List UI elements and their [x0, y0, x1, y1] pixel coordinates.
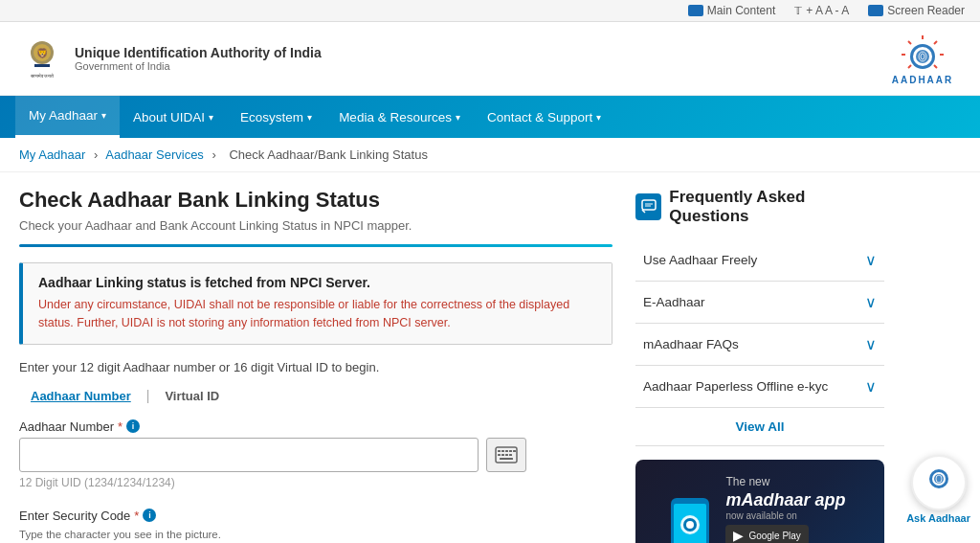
page-subtitle: Check your Aadhaar and Bank Account Link…: [19, 218, 612, 233]
input-hint: 12 Digit UID (1234/1234/1234): [19, 476, 612, 489]
breadcrumb-aadhaar-services[interactable]: Aadhaar Services: [105, 147, 204, 162]
maadhaar-banner: The new mAadhaar app now available on ▶ …: [635, 460, 884, 543]
logo-area: 🦁 सत्यमेव जयते Unique Identification Aut…: [19, 35, 322, 81]
tab-divider: |: [143, 384, 154, 408]
chevron-down-icon: ▾: [101, 110, 106, 121]
screen-reader-icon: [868, 5, 883, 16]
faq-item-3[interactable]: Aadhaar Paperless Offline e-kyc ∨: [635, 366, 884, 408]
chevron-down-icon: ∨: [865, 293, 877, 311]
accessibility-bar: Main Content 𝕋 + A A - A Screen Reader: [0, 0, 980, 22]
site-header: 🦁 सत्यमेव जयते Unique Identification Aut…: [0, 22, 980, 96]
faq-title: Frequently Asked Questions: [669, 188, 884, 226]
svg-rect-22: [509, 450, 512, 452]
ask-aadhaar-widget[interactable]: Ask Aadhaar: [906, 455, 970, 524]
svg-line-6: [934, 41, 937, 44]
ask-aadhaar-icon: [922, 465, 956, 500]
keyboard-icon-button[interactable]: [486, 438, 526, 472]
svg-line-8: [934, 65, 937, 68]
aadhaar-brand-icon: AADHAAR: [884, 30, 961, 87]
svg-text:सत्यमेव जयते: सत्यमेव जयते: [30, 73, 54, 79]
required-marker: *: [118, 419, 122, 434]
chevron-down-icon: ▾: [456, 112, 460, 123]
main-nav: My Aadhaar ▾ About UIDAI ▾ Ecosystem ▾ M…: [0, 96, 980, 138]
nav-about-uidai[interactable]: About UIDAI ▾: [120, 96, 227, 138]
org-name: Unique Identification Authority of India: [75, 45, 322, 60]
keyboard-icon: [495, 445, 518, 464]
info-box: Aadhaar Linking status is fetched from N…: [19, 262, 612, 345]
breadcrumb-separator: ›: [212, 147, 216, 162]
tab-row: Aadhaar Number | Virtual ID: [19, 384, 612, 408]
svg-rect-28: [500, 458, 513, 460]
nav-my-aadhaar[interactable]: My Aadhaar ▾: [15, 96, 120, 138]
banner-app-name: mAadhaar app: [725, 490, 853, 510]
google-play-badge[interactable]: ▶ Google Play: [725, 525, 808, 543]
main-content-btn[interactable]: Main Content: [688, 4, 775, 17]
breadcrumb-current: Check Aadhaar/Bank Linking Status: [229, 147, 427, 162]
tab-aadhaar-number[interactable]: Aadhaar Number: [19, 384, 143, 408]
info-box-text: Under any circumstance, UIDAI shall not …: [38, 296, 596, 332]
tab-virtual-id[interactable]: Virtual ID: [153, 384, 231, 408]
svg-rect-19: [498, 450, 501, 452]
monitor-icon: [688, 5, 703, 16]
main-container: Check Aadhaar Bank Linking Status Check …: [0, 172, 980, 543]
aadhaar-logo: AADHAAR: [884, 30, 961, 87]
ask-aadhaar-circle: [911, 455, 967, 510]
faq-header: Frequently Asked Questions: [635, 188, 884, 226]
field-label-aadhaar: Aadhaar Number * i: [19, 419, 612, 434]
svg-point-38: [686, 521, 694, 529]
info-box-title: Aadhaar Linking status is fetched from N…: [38, 275, 596, 290]
input-section: Enter your 12 digit Aadhaar number or 16…: [19, 360, 612, 544]
chevron-down-icon: ∨: [865, 335, 877, 353]
svg-line-9: [908, 41, 911, 44]
nav-ecosystem[interactable]: Ecosystem ▾: [227, 96, 325, 138]
captcha-hint: Type the character you see in the pictur…: [19, 529, 612, 540]
svg-rect-21: [505, 450, 508, 452]
svg-line-11: [908, 65, 911, 68]
text-size-control[interactable]: 𝕋 + A A - A: [794, 4, 849, 17]
page-title: Check Aadhaar Bank Linking Status: [19, 188, 612, 213]
chevron-down-icon: ▾: [307, 112, 312, 123]
svg-point-41: [934, 474, 944, 484]
nav-contact-support[interactable]: Contact & Support ▾: [474, 96, 614, 138]
breadcrumb-my-aadhaar[interactable]: My Aadhaar: [19, 147, 85, 162]
india-emblem-icon: 🦁 सत्यमेव जयते: [19, 35, 65, 81]
svg-rect-23: [513, 450, 516, 452]
aadhaar-number-input[interactable]: [19, 438, 479, 472]
svg-rect-29: [642, 200, 656, 210]
org-name-area: Unique Identification Authority of India…: [75, 45, 322, 72]
nav-media-resources[interactable]: Media & Resources ▾: [325, 96, 474, 138]
banner-app-intro: The new: [725, 475, 853, 488]
google-play-icon: ▶: [733, 528, 744, 543]
chevron-down-icon: ∨: [865, 377, 877, 396]
breadcrumb: My Aadhaar › Aadhaar Services › Check Aa…: [0, 138, 980, 172]
svg-rect-3: [34, 64, 50, 67]
faq-item-2[interactable]: mAadhaar FAQs ∨: [635, 324, 884, 366]
faq-item-0[interactable]: Use Aadhaar Freely ∨: [635, 239, 884, 282]
sidebar: Frequently Asked Questions Use Aadhaar F…: [635, 188, 884, 543]
aadhaar-input-row: [19, 438, 612, 472]
chevron-down-icon: ∨: [865, 251, 877, 269]
security-section: Enter Security Code * i Type the charact…: [19, 509, 612, 544]
blue-divider: [19, 244, 612, 247]
svg-rect-25: [501, 454, 504, 456]
field-info-icon[interactable]: i: [126, 419, 140, 433]
screen-reader-btn[interactable]: Screen Reader: [868, 4, 965, 17]
breadcrumb-separator: ›: [94, 147, 98, 162]
input-description: Enter your 12 digit Aadhaar number or 16…: [19, 360, 612, 374]
captcha-label: Enter Security Code * i: [19, 509, 612, 523]
banner-app-sub: now available on: [725, 510, 853, 521]
phone-graphic-icon: [666, 496, 714, 544]
google-play-label: Google Play: [748, 531, 800, 541]
svg-rect-20: [501, 450, 504, 452]
content-area: Check Aadhaar Bank Linking Status Check …: [19, 188, 612, 543]
svg-rect-27: [509, 454, 512, 456]
faq-item-1[interactable]: E-Aadhaar ∨: [635, 282, 884, 324]
svg-rect-26: [505, 454, 508, 456]
gov-name: Government of India: [75, 60, 322, 72]
captcha-info-icon[interactable]: i: [143, 509, 156, 522]
chevron-down-icon: ▾: [209, 112, 213, 123]
view-all-btn[interactable]: View All: [635, 408, 884, 446]
text-icon: 𝕋: [794, 5, 802, 17]
svg-text:🦁: 🦁: [36, 47, 49, 59]
svg-text:AADHAAR: AADHAAR: [892, 75, 954, 85]
